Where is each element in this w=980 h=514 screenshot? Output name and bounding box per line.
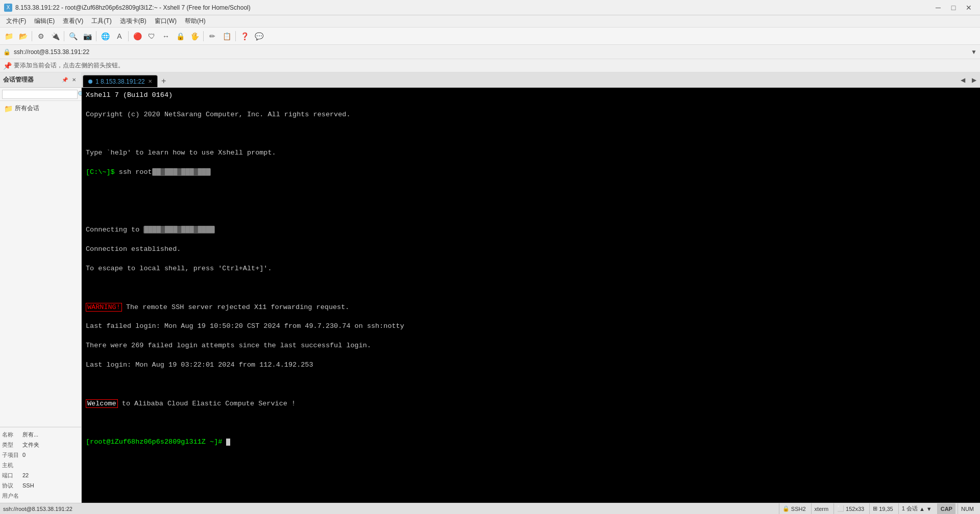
- arrows-button[interactable]: ↔: [159, 30, 173, 43]
- terminal-line-9: Connection established.: [86, 245, 976, 254]
- terminal-cursor: [226, 439, 230, 446]
- terminal-content: Xshell 7 (Build 0164) Copyright (c) 2020…: [82, 88, 980, 470]
- snapshot-button[interactable]: 📷: [81, 30, 94, 43]
- tab-scroll-left[interactable]: ◀: [958, 75, 968, 85]
- sidebar-search-bar: 🔍: [0, 88, 81, 101]
- tab-nav-right: ◀ ▶: [958, 75, 979, 87]
- prop-host-row: 主机: [2, 460, 79, 470]
- menu-item-w[interactable]: 窗口(W): [151, 15, 181, 27]
- lock-button[interactable]: 🔒: [174, 30, 187, 43]
- toolbar-separator-1: [32, 31, 32, 41]
- terminal-line-18: [86, 418, 976, 428]
- prop-username-label: 用户名: [2, 492, 20, 500]
- help-button[interactable]: ❓: [238, 30, 251, 43]
- terminal-line-16: [86, 380, 976, 390]
- sidebar-title: 会话管理器: [3, 75, 34, 84]
- sidebar-close-button[interactable]: ✕: [70, 76, 78, 84]
- tab-bar: 1 8.153.38.191:22 ✕ + ◀ ▶: [82, 72, 980, 88]
- active-tab[interactable]: 1 8.153.38.191:22 ✕: [83, 75, 158, 87]
- hint-bar: 📌 要添加当前会话，点击左侧的箭头按钮。: [0, 59, 980, 72]
- status-arrow-up[interactable]: ▲: [919, 506, 925, 512]
- prop-protocol-row: 协议 SSH: [2, 480, 79, 491]
- prop-port-label: 端口: [2, 472, 20, 479]
- menu-bar: 文件(F)编辑(E)查看(V)工具(T)选项卡(B)窗口(W)帮助(H): [0, 15, 980, 28]
- toolbar-separator-6: [235, 31, 236, 41]
- prop-type-value: 文件夹: [22, 441, 39, 449]
- red-circle-button[interactable]: 🔴: [131, 30, 144, 43]
- new-session-button[interactable]: 📁: [2, 30, 15, 43]
- status-protocol: 🔒 SSH2: [779, 503, 809, 514]
- terminal-line-19: [root@iZuf68hz06p6s2809gl3i1Z ~]#: [86, 438, 976, 447]
- status-protocol-text: SSH2: [791, 506, 806, 512]
- menu-item-h[interactable]: 帮助(H): [181, 15, 210, 27]
- menu-item-f[interactable]: 文件(F): [2, 15, 30, 27]
- prop-username-row: 用户名: [2, 491, 79, 501]
- green-shield-button[interactable]: 🛡: [145, 30, 158, 43]
- hint-text: 要添加当前会话，点击左侧的箭头按钮。: [14, 61, 124, 70]
- find-button[interactable]: 🔍: [66, 30, 80, 43]
- status-size-text: 152x33: [846, 506, 864, 512]
- menu-item-v[interactable]: 查看(V): [59, 15, 87, 27]
- toolbar-separator-4: [128, 31, 129, 41]
- address-bar: 🔒 ssh://root@8.153.38.191:22 ▼: [0, 45, 980, 59]
- status-terminal-type: xterm: [811, 503, 832, 514]
- prop-name-value: 所有...: [22, 431, 38, 439]
- prop-subitem-value: 0: [22, 452, 26, 458]
- terminal-line-7: [86, 207, 976, 216]
- address-text: ssh://root@8.153.38.191:22: [14, 48, 968, 56]
- terminal-line-8: Connecting to ████ ███ ███ ████: [86, 225, 976, 235]
- terminal-line-12: WARNING! The remote SSH server rejected …: [86, 303, 976, 313]
- globe-button[interactable]: 🌐: [99, 30, 112, 43]
- status-position-icon: ⊞: [873, 505, 877, 512]
- status-cap: CAP: [937, 503, 955, 514]
- status-bar: ssh://root@8.153.38.191:22 🔒 SSH2 xterm …: [0, 503, 980, 514]
- status-position-text: 19,35: [879, 506, 893, 512]
- open-button[interactable]: 📂: [16, 30, 30, 43]
- sidebar-pin-button[interactable]: 📌: [61, 76, 69, 84]
- prop-host-label: 主机: [2, 461, 20, 469]
- tab-scroll-right[interactable]: ▶: [969, 75, 979, 85]
- all-sessions-label: 所有会话: [15, 104, 39, 113]
- close-button[interactable]: ✕: [962, 2, 976, 13]
- new-tab-button[interactable]: +: [158, 75, 170, 87]
- prop-protocol-label: 协议: [2, 482, 20, 490]
- properties-button[interactable]: ⚙: [34, 30, 47, 43]
- sidebar-properties: 名称 所有... 类型 文件夹 子项目 0 主机 端口 22 协议 SSH: [0, 427, 81, 503]
- status-num: NUM: [958, 503, 977, 514]
- prop-name-label: 名称: [2, 431, 20, 439]
- all-sessions-item[interactable]: 📁 所有会话: [0, 101, 81, 116]
- font-button[interactable]: A: [113, 30, 126, 43]
- window-controls: ─ □ ✕: [931, 2, 976, 13]
- key-button[interactable]: 🖐: [188, 30, 201, 43]
- prop-type-label: 类型: [2, 441, 20, 449]
- status-size-icon: ⬜: [837, 505, 844, 512]
- terminal-line-10: To escape to local shell, press 'Ctrl+Al…: [86, 264, 976, 274]
- info-button[interactable]: 💬: [252, 30, 265, 43]
- search-input[interactable]: [2, 90, 78, 99]
- edit-button[interactable]: ✏: [206, 30, 219, 43]
- terminal-line-6: [86, 187, 976, 197]
- menu-item-b[interactable]: 选项卡(B): [116, 15, 151, 27]
- title-bar: X 8.153.38.191:22 - root@iZuf68hz06p6s28…: [0, 0, 980, 15]
- log-button[interactable]: 📋: [220, 30, 233, 43]
- disconnect-button[interactable]: 🔌: [48, 30, 62, 43]
- address-dropdown[interactable]: ▼: [971, 48, 977, 56]
- prop-type-row: 类型 文件夹: [2, 440, 79, 450]
- right-panel: 1 8.153.38.191:22 ✕ + ◀ ▶ Xshell 7 (Buil…: [82, 72, 980, 503]
- status-arrow-down[interactable]: ▼: [926, 506, 932, 512]
- lock-icon: 🔒: [3, 48, 11, 56]
- terminal-area[interactable]: Xshell 7 (Build 0164) Copyright (c) 2020…: [82, 88, 980, 503]
- title-bar-left: X 8.153.38.191:22 - root@iZuf68hz06p6s28…: [4, 4, 251, 12]
- maximize-button[interactable]: □: [946, 2, 961, 13]
- prop-protocol-value: SSH: [22, 482, 34, 489]
- toolbar-separator-2: [64, 31, 64, 41]
- menu-item-t[interactable]: 工具(T): [87, 15, 115, 27]
- tab-close-button[interactable]: ✕: [148, 79, 152, 84]
- terminal-line-2: Copyright (c) 2020 NetSarang Computer, I…: [86, 110, 976, 120]
- toolbar-separator-5: [203, 31, 204, 41]
- minimize-button[interactable]: ─: [931, 2, 945, 13]
- prop-subitem-row: 子项目 0: [2, 450, 79, 460]
- terminal-line-1: Xshell 7 (Build 0164): [86, 91, 976, 100]
- menu-item-e[interactable]: 编辑(E): [30, 15, 59, 27]
- folder-icon: 📁: [4, 105, 13, 113]
